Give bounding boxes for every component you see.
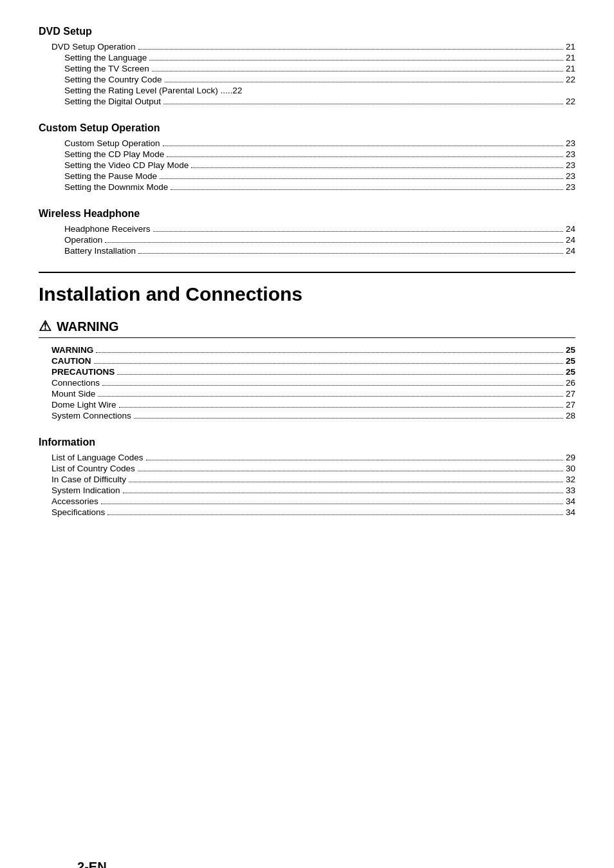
toc-entry: Setting the Country Code22: [39, 74, 575, 85]
toc-label: Setting the Video CD Play Mode: [64, 160, 189, 170]
toc-entry: List of Language Codes29: [39, 452, 575, 463]
toc-dots: [96, 352, 563, 353]
toc-dots: [138, 471, 563, 471]
toc-dots: [101, 504, 563, 504]
toc-page: 33: [566, 486, 575, 495]
warning-triangle-icon: ⚠: [39, 318, 51, 335]
toc-entry: DVD Setup Operation21: [39, 41, 575, 52]
toc-dots: [191, 167, 563, 168]
toc-entry: PRECAUTIONS25: [39, 366, 575, 377]
page-suffix: -EN: [84, 860, 106, 868]
toc-entry: Setting the Rating Level (Parental Lock)…: [39, 85, 575, 96]
section-dvd-setup: DVD Setup DVD Setup Operation21Setting t…: [39, 26, 575, 107]
toc-page: 22: [566, 97, 575, 106]
toc-label: Setting the Language: [64, 53, 147, 62]
toc-page: 23: [566, 160, 575, 170]
toc-label: Setting the Digital Output: [64, 97, 161, 106]
warning-entries: WARNING25CAUTION25PRECAUTIONS25Connectio…: [39, 344, 575, 421]
toc-page: 28: [566, 411, 575, 420]
toc-label: CAUTION: [51, 356, 91, 366]
toc-dots: [153, 231, 563, 232]
toc-dots: [163, 146, 563, 146]
page-num: 2: [77, 860, 84, 868]
toc-dots: [146, 460, 563, 460]
toc-page: 22: [566, 75, 575, 84]
section-divider: [39, 272, 575, 273]
toc-dots: [149, 60, 563, 61]
section-information: Information List of Language Codes29List…: [39, 437, 575, 518]
toc-dots: [107, 514, 563, 515]
toc-dots: [163, 104, 563, 104]
toc-label: Accessories: [51, 496, 98, 506]
toc-entry: Dome Light Wire27: [39, 399, 575, 410]
toc-label: In Case of Difficulty: [51, 475, 126, 484]
toc-dots: [167, 156, 563, 157]
section-title-information: Information: [39, 437, 575, 448]
toc-page: 24: [566, 235, 575, 245]
toc-page: 29: [566, 453, 575, 462]
toc-entry: CAUTION25: [39, 355, 575, 366]
toc-page: 21: [566, 64, 575, 73]
toc-dots: [117, 374, 563, 375]
toc-label: Operation: [64, 235, 102, 245]
toc-entry: Operation24: [39, 234, 575, 245]
wireless-headphone-entries: Headphone Receivers24Operation24Battery …: [39, 223, 575, 256]
page-wrapper: DVD Setup DVD Setup Operation21Setting t…: [39, 26, 575, 868]
toc-page: 34: [566, 507, 575, 517]
toc-label: Battery Installation: [64, 246, 136, 256]
dvd-setup-entries: DVD Setup Operation21Setting the Languag…: [39, 41, 575, 107]
toc-label: Setting the TV Screen: [64, 64, 149, 73]
toc-entry: Setting the Video CD Play Mode23: [39, 160, 575, 171]
toc-page: 24: [566, 224, 575, 234]
toc-dots: [138, 253, 563, 254]
toc-dots: [105, 242, 563, 243]
toc-dots: [165, 82, 563, 82]
toc-page: 21: [566, 42, 575, 52]
toc-page: 30: [566, 464, 575, 473]
toc-label: List of Language Codes: [51, 453, 144, 462]
toc-dots: [98, 396, 563, 397]
toc-page: 22: [232, 86, 242, 95]
toc-entry: Setting the Downmix Mode23: [39, 182, 575, 193]
toc-page: 23: [566, 138, 575, 148]
toc-page: 23: [566, 171, 575, 181]
toc-label: System Connections: [51, 411, 131, 420]
toc-dots: [138, 49, 563, 50]
section-title-custom-setup: Custom Setup Operation: [39, 122, 575, 134]
toc-label: Setting the Downmix Mode: [64, 182, 168, 192]
warning-label: WARNING: [57, 319, 119, 334]
toc-entry: Battery Installation24: [39, 245, 575, 256]
toc-label: List of Country Codes: [51, 464, 135, 473]
section-custom-setup: Custom Setup Operation Custom Setup Oper…: [39, 122, 575, 193]
toc-page: 21: [566, 53, 575, 62]
toc-dots: [123, 493, 563, 493]
toc-entry: Setting the TV Screen21: [39, 63, 575, 74]
toc-label: Connections: [51, 378, 100, 388]
toc-page: 25: [566, 356, 575, 366]
toc-dots: [129, 482, 563, 482]
toc-entry: Setting the Pause Mode23: [39, 171, 575, 182]
toc-page: 23: [566, 182, 575, 192]
toc-dots: [160, 178, 563, 179]
toc-page: 25: [566, 367, 575, 377]
toc-label: Setting the Pause Mode: [64, 171, 157, 181]
toc-entry: List of Country Codes30: [39, 463, 575, 474]
toc-entry: Accessories34: [39, 496, 575, 507]
toc-page: 27: [566, 389, 575, 399]
information-entries: List of Language Codes29List of Country …: [39, 452, 575, 518]
toc-page: 23: [566, 149, 575, 159]
toc-entry: Setting the Language21: [39, 52, 575, 63]
warning-section: ⚠ WARNING WARNING25CAUTION25PRECAUTIONS2…: [39, 318, 575, 421]
toc-label: Specifications: [51, 507, 105, 517]
toc-entry: System Indication33: [39, 485, 575, 496]
toc-page: 26: [566, 378, 575, 388]
toc-page: 27: [566, 400, 575, 410]
big-section-title: Installation and Connections: [39, 283, 575, 305]
toc-label: WARNING: [51, 345, 93, 355]
toc-entry: WARNING25: [39, 344, 575, 355]
toc-dots: [171, 189, 563, 190]
toc-label: Setting the Rating Level (Parental Lock)…: [64, 86, 232, 95]
section-title-wireless-headphone: Wireless Headphone: [39, 208, 575, 220]
toc-page: 25: [566, 345, 575, 355]
toc-label: Headphone Receivers: [64, 224, 151, 234]
